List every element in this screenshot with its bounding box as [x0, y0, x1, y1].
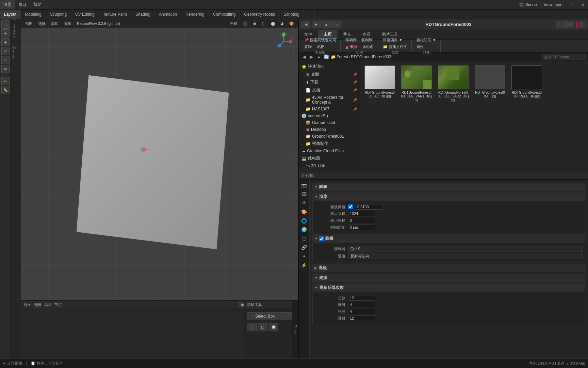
fb-addr-forward[interactable]: ▶ — [308, 54, 314, 60]
mode-selector[interactable]: 全局 — [229, 21, 239, 26]
rp-scene-icon[interactable]: 🌐 — [300, 217, 308, 225]
tool-icon-1[interactable]: ⬛ — [247, 323, 257, 331]
fb-breadcrumb-root[interactable]: Forest — [337, 55, 348, 59]
tab-modeling[interactable]: Modeling — [21, 10, 46, 19]
rp-physics-icon[interactable]: ⚡ — [300, 261, 308, 269]
fb-search-input[interactable] — [542, 54, 586, 60]
tab-rendering[interactable]: Rendering — [181, 10, 209, 19]
viewport-shading-render[interactable]: 🎨 — [288, 21, 295, 26]
viewport-display-btn[interactable]: ⬛ — [242, 21, 249, 26]
noise-threshold-checkbox[interactable] — [348, 204, 353, 209]
fb-delete-btn[interactable]: 🗑 删除 — [343, 44, 360, 50]
rp-camera-icon[interactable]: 📷 — [300, 181, 308, 189]
object-menu[interactable]: 物体 — [63, 21, 73, 26]
fb-pin-btn[interactable]: 📌 固定到快速访问 — [302, 37, 338, 43]
tab-sculpting[interactable]: Sculpting — [46, 10, 71, 19]
rp-particle-icon[interactable]: ✦ — [300, 252, 308, 260]
tool-transform[interactable]: ⊞ — [1, 65, 10, 73]
tool-select[interactable]: ⬚ — [1, 20, 10, 29]
add-menu[interactable]: 添加 — [50, 21, 60, 26]
node-view-menu[interactable]: 视图 — [24, 302, 31, 307]
fb-up-btn[interactable]: ▲ — [322, 21, 331, 28]
rs-section-light-header[interactable]: ▼ 光源 — [312, 274, 585, 282]
maximize-btn[interactable]: ☐ — [567, 0, 578, 9]
menu-window[interactable]: 窗口 — [15, 0, 30, 9]
fb-thumb-dark[interactable]: RDTGroundForest003_..jpg — [473, 64, 507, 103]
transmission-input[interactable] — [348, 316, 375, 321]
tool-cursor[interactable]: ✛ — [1, 29, 10, 37]
diffuse-input[interactable] — [348, 302, 375, 307]
node-add-menu[interactable]: 添加 — [44, 302, 52, 307]
scene-selector[interactable]: 🎬 Scene — [516, 0, 540, 9]
add-workspace-btn[interactable]: + — [304, 10, 315, 19]
tool-scale[interactable]: ⤡ — [1, 56, 10, 64]
fb-copy2-btn[interactable]: 复制到 — [359, 37, 375, 43]
total-bounces-input[interactable] — [348, 295, 375, 301]
tool-icon-2[interactable]: ◻ — [258, 323, 267, 331]
fb-addr-refresh[interactable]: 🔄 — [323, 54, 329, 60]
status-select-mode[interactable]: ↩ 反转视图 — [3, 361, 22, 366]
tool-rotate[interactable]: ↺ — [1, 47, 10, 55]
node-node-menu[interactable]: 节点 — [54, 302, 62, 307]
fb-tree-nas1007[interactable]: 📁 NAS1007 📌 — [299, 106, 360, 112]
rp-object-icon[interactable]: ◻ — [300, 234, 308, 243]
rs-section-denoise-top-header[interactable]: ▼ 降噪 — [312, 183, 585, 191]
fb-tree-documents[interactable]: 📄 文档 📌 — [299, 86, 360, 94]
select-box-btn[interactable]: ⬚ Select Box — [247, 312, 295, 320]
fb-tree-downloads[interactable]: ⬇ 下载 📌 — [299, 78, 360, 86]
fb-tree-ad-posters[interactable]: 📁 45 Ad Posters for Concept A 📌 — [299, 94, 360, 106]
fb-thumb-col1[interactable]: RDTGroundForest003_COL_VAR1_3K.jpg — [399, 64, 434, 103]
glossy-input[interactable] — [348, 309, 375, 314]
view-menu[interactable]: 视图 — [24, 21, 34, 26]
tool-move[interactable]: ✥ — [1, 38, 10, 46]
tab-animation[interactable]: Animation — [155, 10, 181, 19]
fb-copy-btn[interactable]: 复制 — [302, 44, 314, 50]
fb-new-folder-btn[interactable]: 📁 新建文件夹 — [381, 44, 409, 50]
fb-maximize-btn[interactable]: □ — [566, 21, 575, 28]
tab-uv-editing[interactable]: UV Editing — [71, 10, 99, 19]
fb-easy-access-btn[interactable]: 轻松访问 ▼ — [414, 37, 438, 43]
fb-paste-btn[interactable]: 粘贴 — [315, 44, 327, 50]
rp-output-icon[interactable]: 🖼 — [300, 190, 308, 198]
fb-tree-quick-access[interactable]: ⭐ 快速访问 — [299, 63, 360, 71]
viewport-shading-material[interactable]: ◕ — [279, 21, 285, 26]
menu-render[interactable]: 渲染 — [0, 0, 15, 9]
channel-select[interactable]: 反射与法向 — [348, 253, 583, 259]
rs-section-advanced-header[interactable]: ▶ 高级 — [312, 264, 585, 272]
time-limit-input[interactable] — [348, 225, 375, 230]
node-select-menu[interactable]: 选择 — [34, 302, 42, 307]
fb-addr-back[interactable]: ◀ — [301, 54, 307, 60]
menu-help[interactable]: 帮助 — [30, 0, 45, 9]
tab-geometry-nodes[interactable]: Geometry Nodes — [240, 10, 279, 19]
fb-new-item-btn[interactable]: 新建项目 ▼ — [381, 37, 409, 43]
tab-layout[interactable]: Layout — [0, 10, 21, 19]
fb-rename-btn[interactable]: 重命名 — [360, 44, 376, 50]
min-samples-input[interactable] — [348, 218, 375, 223]
noise-threshold-input[interactable] — [356, 204, 383, 210]
fb-breadcrumb-current[interactable]: RDTGroundForest003 — [351, 55, 391, 59]
rp-view-icon[interactable]: 👁 — [300, 199, 308, 207]
rs-section-bounces-header[interactable]: ▼ 最多反弹次数 — [312, 283, 585, 292]
fb-properties-btn[interactable]: 属性 — [414, 44, 438, 50]
select-menu[interactable]: 选择 — [37, 21, 47, 26]
main-viewport[interactable]: 视图 选择 添加 物体 RetopoFlow 3.2.6 (github) 全局… — [21, 19, 298, 300]
fb-back-btn[interactable]: ◀ — [301, 21, 310, 28]
viewport-gizmo[interactable]: X Y Z — [274, 31, 294, 52]
rs-section-denoise2-header[interactable]: ▼ 降噪 — [312, 234, 585, 243]
view-layer-selector[interactable]: View Layer — [540, 0, 567, 9]
tab-texture-paint[interactable]: Texture Paint — [99, 10, 131, 19]
rp-render-icon[interactable]: 🎨 — [300, 208, 308, 216]
tab-compositing[interactable]: Compositing — [209, 10, 240, 19]
fb-thumb-ao[interactable]: RDTGroundForest003_AO_3K.jpg — [363, 64, 397, 103]
retopoflow-menu[interactable]: RetopoFlow 3.2.6 (github) — [76, 21, 121, 26]
denoise2-checkbox[interactable] — [319, 236, 324, 241]
viewport-shading-solid[interactable]: ⬤ — [270, 21, 276, 26]
rs-section-render-header[interactable]: ▼ 渲染 — [312, 193, 585, 201]
status-context-menu[interactable]: 📋 物体上下文菜单 — [31, 361, 63, 366]
fb-tree-video[interactable]: 📁 视频制作 — [299, 140, 360, 148]
fb-tree-source-e[interactable]: 💿 source (E:) — [299, 112, 360, 119]
tab-shading[interactable]: Shading — [131, 10, 155, 19]
denoiser-select[interactable]: OptiX — [348, 246, 583, 251]
fb-thumb-refl[interactable]: RDTGroundForest003_REFL_3K.jpg — [510, 64, 544, 103]
fluent-label[interactable]: Fluent — [293, 325, 297, 334]
